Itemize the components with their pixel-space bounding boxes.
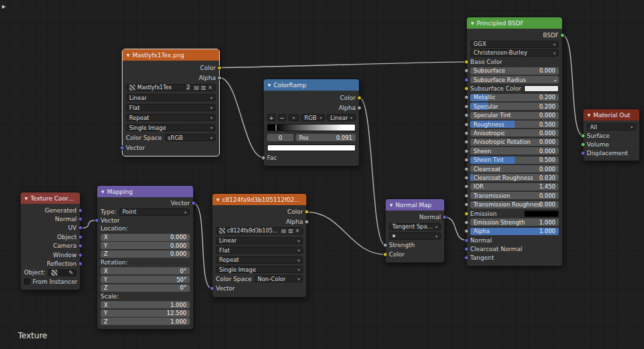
field-x[interactable]: X0.000 — [101, 234, 190, 241]
slider-roughness[interactable]: Roughness0.500 — [470, 121, 559, 128]
slider-subsurface[interactable]: Subsurface0.000 — [470, 67, 559, 75]
collapse-icon[interactable]: ▼ — [25, 196, 28, 200]
repeat-dropdown[interactable]: Repeat▾ — [126, 114, 216, 121]
image-datablock-field[interactable]: c8124fa9d3b105...▤▥× — [216, 227, 303, 234]
input-socket-specular[interactable] — [464, 104, 469, 109]
input-socket-specular-tint[interactable] — [464, 113, 469, 118]
input-socket-subsurface[interactable] — [464, 69, 469, 73]
node-editor-canvas[interactable]: ▸ Texture ▼Mastlyfx1Tex.pngColorAlphaMas… — [0, 0, 644, 349]
unlink-icon[interactable]: × — [208, 85, 212, 91]
ramp-options-button[interactable]: ▾ — [288, 114, 299, 121]
slider-ior[interactable]: IOR1.450 — [470, 183, 559, 190]
output-socket-color[interactable] — [357, 95, 362, 100]
open-image-icon[interactable]: ▥ — [288, 228, 294, 234]
slider-emission-strength[interactable]: Emission Strength1.000 — [470, 218, 559, 226]
collapse-icon[interactable]: ▼ — [587, 113, 591, 117]
input-socket-surface[interactable] — [581, 133, 585, 138]
collapse-icon[interactable]: ▼ — [127, 53, 130, 57]
single-image-dropdown[interactable]: Single Image▾ — [216, 266, 303, 273]
collapse-icon[interactable]: ▼ — [101, 189, 105, 194]
all-dropdown[interactable]: All▾ — [587, 123, 636, 131]
output-socket-bsdf[interactable] — [560, 33, 565, 37]
output-socket-generated[interactable] — [78, 208, 83, 212]
input-socket-base-color[interactable] — [464, 59, 469, 64]
output-socket-vector[interactable] — [191, 201, 196, 206]
slider-transmission[interactable]: Transmission0.000 — [470, 192, 559, 199]
field-z[interactable]: Z1.000 — [101, 318, 190, 325]
slider-specular-tint[interactable]: Specular Tint0.000 — [470, 112, 559, 119]
slider-transmission-roughness[interactable]: Transmission Roughness0.000 — [470, 201, 559, 208]
collapse-icon[interactable]: ▼ — [268, 83, 271, 87]
slider-anisotropic-rotation[interactable]: Anisotropic Rotation0.000 — [470, 139, 559, 146]
node-header[interactable]: ▼Mapping — [97, 186, 193, 197]
collapse-icon[interactable]: ▼ — [471, 21, 474, 25]
input-socket-transmission[interactable] — [464, 193, 469, 198]
node-map[interactable]: ▼MappingVectorType:Point▾VectorLocation:… — [97, 185, 194, 330]
subsurface-color-swatch[interactable] — [524, 85, 559, 92]
input-socket-vector[interactable] — [120, 145, 125, 150]
output-socket-alpha[interactable] — [304, 219, 309, 224]
stop-index-field[interactable]: 0 — [267, 134, 294, 141]
node-out[interactable]: ▼Material OutAll▾SurfaceVolumeDisplaceme… — [583, 109, 640, 161]
color-ramp-gradient[interactable] — [267, 124, 356, 131]
subsurface-radius-dropdown[interactable]: Subsurface Radius▾ — [470, 76, 559, 83]
slider-specular[interactable]: Specular0.200 — [470, 103, 559, 110]
ggx-dropdown[interactable]: GGX▾ — [470, 41, 559, 48]
input-socket-alpha[interactable] — [464, 229, 469, 234]
input-socket-volume[interactable] — [581, 142, 585, 147]
open-image-icon[interactable]: ▥ — [201, 85, 206, 91]
new-image-icon[interactable]: ▤ — [194, 85, 199, 91]
input-socket-anisotropic-rotation[interactable] — [464, 140, 469, 145]
stop-position-slider[interactable]: Pos0.091 — [296, 134, 356, 141]
node-header[interactable]: ▼Principled BSDF — [467, 17, 562, 29]
input-socket-displacement[interactable] — [581, 151, 585, 155]
input-socket-metallic[interactable] — [464, 95, 469, 100]
node-header[interactable]: ▼Mastlyfx1Tex.png — [123, 49, 219, 61]
repeat-dropdown[interactable]: Repeat▾ — [216, 256, 303, 264]
linear-dropdown[interactable]: Linear▾ — [126, 94, 216, 101]
remove-stop-button[interactable]: − — [278, 114, 286, 121]
node-texco[interactable]: ▼Texture CoordinateGeneratedNormalUVObje… — [20, 192, 81, 290]
output-socket-camera[interactable] — [78, 244, 83, 248]
input-socket-emission-strength[interactable] — [464, 220, 469, 224]
output-socket-object[interactable] — [78, 234, 83, 239]
from-instancer-checkbox[interactable] — [24, 278, 30, 284]
slider-clearcoat-roughness[interactable]: Clearcoat Roughness0.030 — [470, 174, 559, 181]
input-socket-anisotropic[interactable] — [464, 131, 469, 135]
input-socket-transmission-roughness[interactable] — [464, 202, 469, 207]
node-bsdf[interactable]: ▼Principled BSDFBSDFGGX▾Christensen-Burl… — [466, 17, 563, 266]
input-socket-strength[interactable] — [383, 243, 388, 248]
input-socket-subsurface-radius[interactable] — [464, 77, 469, 82]
input-socket-clearcoat-roughness[interactable] — [464, 175, 469, 180]
collapse-icon[interactable]: ▼ — [216, 197, 220, 202]
field-x[interactable]: X0° — [101, 267, 190, 274]
input-socket-ior[interactable] — [464, 184, 469, 189]
input-socket-normal[interactable] — [464, 238, 469, 242]
flat-dropdown[interactable]: Flat▾ — [216, 246, 303, 254]
type-dropdown[interactable]: Point▾ — [119, 208, 190, 216]
user-count-badge[interactable]: 2 — [184, 84, 192, 91]
slider-metallic[interactable]: Metallic0.200 — [470, 94, 559, 101]
color-space-dropdown[interactable]: sRGB▾ — [164, 134, 216, 141]
ramp-stop-marker[interactable] — [276, 125, 276, 131]
input-socket-emission[interactable] — [464, 211, 469, 216]
node-header[interactable]: ▼ColorRamp — [264, 79, 359, 91]
christensen-burley-dropdown[interactable]: Christensen-Burley▾ — [470, 49, 559, 57]
input-socket-vector[interactable] — [210, 286, 214, 291]
object-field[interactable]: ✎ — [48, 269, 77, 276]
sidebar-toggle-icon[interactable]: ▸ — [2, 2, 6, 11]
emission-swatch[interactable] — [524, 210, 559, 217]
field-y[interactable]: Y50° — [101, 276, 190, 283]
node-header[interactable]: ▼Normal Map — [386, 199, 444, 210]
interpolation-dropdown[interactable]: Linear▾ — [327, 114, 356, 121]
input-socket-color[interactable] — [383, 252, 388, 257]
color-space-dropdown[interactable]: Non-Color▾ — [254, 275, 303, 282]
node-tex1[interactable]: ▼Mastlyfx1Tex.pngColorAlphaMastlyfx1Tex2… — [122, 49, 220, 157]
stop-color-swatch[interactable] — [267, 145, 356, 151]
slider-alpha[interactable]: Alpha1.000 — [470, 228, 559, 235]
flat-dropdown[interactable]: Flat▾ — [126, 104, 216, 111]
unlink-icon[interactable]: × — [295, 228, 300, 234]
new-image-icon[interactable]: ▤ — [281, 228, 286, 234]
node-header[interactable]: ▼Texture Coordinate — [21, 192, 80, 204]
tangent-space-dropdown[interactable]: Tangent Space▾ — [389, 223, 441, 230]
